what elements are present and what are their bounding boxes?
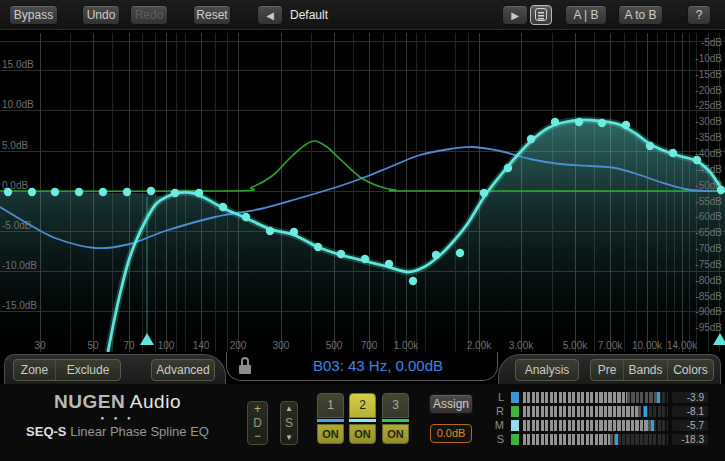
preset-name[interactable]: Default (290, 8, 328, 22)
undo-button[interactable]: Undo (82, 5, 120, 25)
db-axis-label-right: -90dB (695, 306, 722, 317)
spline-node[interactable] (290, 228, 298, 236)
db-axis-label-left: 5.0dB (2, 140, 28, 151)
freq-axis-label: 200 (230, 340, 247, 351)
eq-graph-area[interactable]: 15.0dB10.0dB5.0dB0.0dB-5.0dB-10.0dB-15.0… (0, 30, 725, 352)
band-readout: B03: 43 Hz, 0.00dB (267, 357, 489, 374)
zone-button[interactable]: Zone (14, 360, 56, 380)
freq-axis-label: 3.00k (509, 340, 534, 351)
spline-node[interactable] (480, 189, 488, 197)
channel-color-swatch (511, 406, 519, 417)
freq-axis-label: 700 (361, 340, 378, 351)
meter-value: -5.7 (672, 420, 708, 431)
db-axis-label-left: -10.0dB (2, 260, 37, 271)
spline-node[interactable] (4, 188, 12, 196)
spline-node[interactable] (75, 188, 83, 196)
spline-node[interactable] (99, 188, 107, 196)
freq-axis-label: 140 (193, 340, 210, 351)
freq-axis-label: 7.00k (598, 340, 623, 351)
spline-node[interactable] (575, 118, 583, 126)
status-panel-right: Analysis Pre Bands Colors (498, 354, 721, 384)
meter-row-l: L -3.9 (0, 392, 725, 403)
status-bar: Zone Exclude Advanced Analysis Pre Bands… (0, 352, 725, 384)
level-meter (523, 406, 668, 417)
lock-icon[interactable] (239, 357, 251, 374)
spline-node[interactable] (598, 119, 606, 127)
db-axis-label-right: -60dB (695, 211, 722, 222)
eq-graph[interactable]: 15.0dB10.0dB5.0dB0.0dB-5.0dB-10.0dB-15.0… (0, 30, 725, 352)
reset-button[interactable]: Reset (193, 5, 231, 25)
spline-node[interactable] (337, 250, 345, 258)
freq-axis-label: 30 (34, 340, 46, 351)
spline-node[interactable] (669, 149, 677, 157)
spline-node[interactable] (219, 203, 227, 211)
spline-node[interactable] (551, 118, 559, 126)
spline-node[interactable] (147, 187, 155, 195)
freq-axis-label: 2.00k (467, 340, 492, 351)
spline-node[interactable] (385, 260, 393, 268)
meter-label: S (490, 434, 504, 445)
spline-node[interactable] (314, 243, 322, 251)
spline-node[interactable] (622, 121, 630, 129)
spline-node[interactable] (504, 164, 512, 172)
freq-axis-label: 14.00k (667, 340, 698, 351)
status-panel-left: Zone Exclude Advanced (4, 354, 226, 384)
meter-value: -3.9 (672, 392, 708, 403)
bands-button[interactable]: Bands (624, 360, 668, 380)
analysis-button[interactable]: Analysis (515, 359, 579, 381)
meter-value: -18.3 (672, 434, 708, 445)
spline-node[interactable] (171, 189, 179, 197)
peak-marker (651, 420, 654, 431)
db-axis-label-left: 10.0dB (2, 99, 34, 110)
channel-color-swatch (511, 420, 519, 431)
previous-preset-icon[interactable]: ◀ (257, 5, 283, 25)
freq-axis-label: 50 (87, 340, 99, 351)
spline-node[interactable] (28, 188, 36, 196)
preset-list-button[interactable] (530, 5, 552, 25)
readout-notch: B03: 43 Hz, 0.00dB (226, 352, 498, 381)
bypass-button[interactable]: Bypass (9, 5, 58, 25)
freq-axis-label: 5.00k (563, 340, 588, 351)
help-button[interactable]: ? (687, 5, 711, 25)
spline-node[interactable] (195, 189, 203, 197)
spline-node[interactable] (527, 135, 535, 143)
spline-node[interactable] (646, 142, 654, 150)
spline-node[interactable] (432, 251, 440, 259)
redo-button[interactable]: Redo (130, 5, 168, 25)
peak-marker (644, 406, 647, 417)
spline-node[interactable] (717, 186, 725, 194)
spline-node[interactable] (409, 277, 417, 285)
db-axis-label-right: -70dB (695, 243, 722, 254)
pre-button[interactable]: Pre (591, 360, 624, 380)
meter-value: -8.1 (672, 406, 708, 417)
spline-node[interactable] (123, 188, 131, 196)
view-toggle-group: Pre Bands Colors (590, 359, 714, 381)
db-axis-label-right: -10dB (695, 53, 722, 64)
db-axis-label-right: -35dB (695, 132, 722, 143)
spline-node[interactable] (242, 213, 250, 221)
ab-compare-button[interactable]: A | B (565, 5, 607, 25)
spline-node[interactable] (361, 255, 369, 263)
spline-node[interactable] (693, 156, 701, 164)
freq-axis-label: 100 (158, 340, 175, 351)
peak-marker (615, 434, 618, 445)
freq-axis-label: 300 (273, 340, 290, 351)
zone-exclude-group: Zone Exclude (13, 359, 121, 381)
colors-button[interactable]: Colors (668, 360, 713, 380)
spline-node[interactable] (266, 227, 274, 235)
advanced-button[interactable]: Advanced (151, 359, 215, 381)
exclude-button[interactable]: Exclude (56, 360, 120, 380)
spline-node[interactable] (51, 188, 59, 196)
level-meter (523, 434, 668, 445)
next-preset-icon[interactable]: ▶ (502, 5, 528, 25)
freq-axis-label: 10.00k (632, 340, 663, 351)
db-axis-label-left: -15.0dB (2, 300, 37, 311)
db-axis-label-right: -75dB (695, 259, 722, 270)
spline-node[interactable] (456, 249, 464, 257)
seq-s-plugin-window: Bypass Undo Redo Reset ◀ Default ▶ A | B… (0, 0, 725, 461)
freq-axis-label: 70 (123, 340, 135, 351)
a-to-b-button[interactable]: A to B (618, 5, 663, 25)
db-axis-label-right: -80dB (695, 275, 722, 286)
db-axis-label-right: -15dB (695, 69, 722, 80)
freq-axis-label: 1.00k (394, 340, 419, 351)
